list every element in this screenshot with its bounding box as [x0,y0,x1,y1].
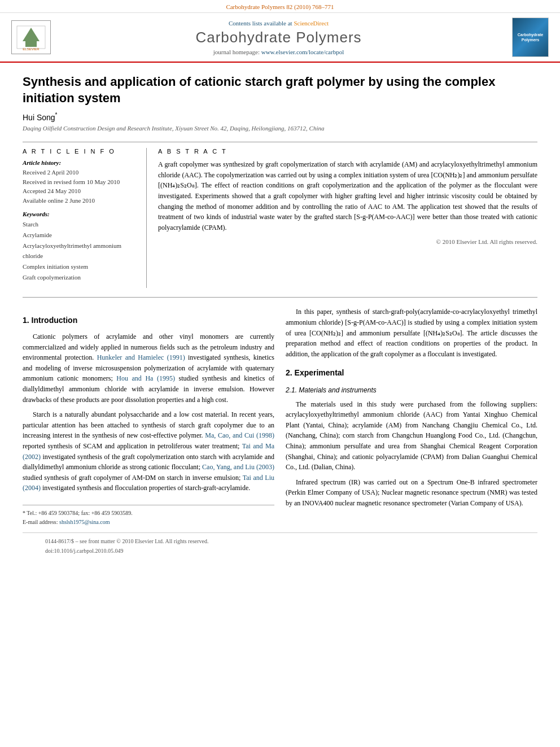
section-divider [23,297,537,298]
contents-label: Contents lists available at [229,20,292,27]
ref-ma[interactable]: Ma, Cao, and Cui (1998) [205,431,274,439]
article-title: Synthesis and application of cationic st… [23,74,537,106]
journal-citation: Carbohydrate Polymers 82 (2010) 768–771 [0,0,560,13]
page: Carbohydrate Polymers 82 (2010) 768–771 … [0,0,560,747]
received-date: Received 2 April 2010 [23,168,138,177]
body-content: 1. Introduction Cationic polymers of acr… [23,307,537,527]
copyright: © 2010 Elsevier Ltd. All rights reserved… [158,238,537,245]
science-direct-line: Contents lists available at ScienceDirec… [51,20,506,27]
article-content: Synthesis and application of cationic st… [0,63,560,570]
email-link[interactable]: shslsh1975@sina.com [59,519,110,525]
history-title: Article history: [23,159,138,166]
science-direct-link[interactable]: ScienceDirect [294,20,329,27]
intro-para-1: Cationic polymers of acrylamide and othe… [23,331,274,405]
keyword-4: Complex initiation system [23,261,138,272]
keywords-section: Keywords: Starch Acrylamide Acrylacyloxy… [23,211,138,282]
ref-tai-ma[interactable]: Tai and Ma (2002) [23,442,274,461]
journal-title: Carbohydrate Polymers [51,29,506,46]
ref-hunkeler[interactable]: Hunkeler and Hamielec (1991) [97,353,185,361]
ref-cao[interactable]: Cao, Yang, and Liu (2003) [202,463,274,471]
abstract-text: A graft copolymer was synthesized by gra… [158,159,537,233]
keyword-5: Graft copolymerization [23,272,138,283]
article-author: Hui Song* [23,112,537,122]
journal-homepage-line: journal homepage: www.elsevier.com/locat… [51,49,506,55]
author-affiliation: Daqing Oilfield Construction Design and … [23,124,537,133]
experimental-para-1: The materials used in this study were pu… [286,399,537,473]
journal-header: ELSEVIER Contents lists available at Sci… [0,13,560,63]
right-intro-para: In this paper, synthesis of starch-graft… [286,307,537,359]
footnote-symbol: * [23,510,25,516]
svg-text:ELSEVIER: ELSEVIER [23,47,40,51]
footnote-tel: Tel.: +86 459 5903784; fax: +86 459 5903… [27,510,133,516]
materials-subheading: 2.1. Materials and instruments [286,385,537,396]
ref-tai-liu[interactable]: Tai and Liu (2004) [23,474,274,492]
journal-url[interactable]: www.elsevier.com/locate/carbpol [261,49,344,55]
doi-line: doi:10.1016/j.carbpol.2010.05.049 [45,546,515,556]
experimental-para-2: Infrared spectrum (IR) was carried out o… [286,477,537,509]
footnote-email: E-mail address: shslsh1975@sina.com [23,518,274,527]
keyword-2: Acrylamide [23,230,138,241]
author-sup: * [55,112,58,118]
article-history: Article history: Received 2 April 2010 R… [23,159,138,205]
author-name: Hui Song [23,113,55,122]
experimental-heading: 2. Experimental [286,367,537,379]
issn-line: 0144-8617/$ – see front matter © 2010 El… [45,536,515,546]
homepage-prefix: journal homepage: [213,49,260,55]
footnote: * Tel.: +86 459 5903784; fax: +86 459 59… [23,505,274,527]
received-revised-date: Received in revised form 10 May 2010 [23,177,138,187]
accepted-date: Accepted 24 May 2010 [23,186,138,196]
bottom-bar: 0144-8617/$ – see front matter © 2010 El… [23,532,537,559]
citation-text: Carbohydrate Polymers 82 (2010) 768–771 [226,3,334,10]
body-left-column: 1. Introduction Cationic polymers of acr… [23,307,274,527]
journal-cover: CarbohydratePolymers [512,18,549,57]
abstract-label: A B S T R A C T [158,148,537,155]
keywords-title: Keywords: [23,211,138,217]
footnote-star: * Tel.: +86 459 5903784; fax: +86 459 59… [23,509,274,518]
introduction-heading: 1. Introduction [23,314,274,327]
article-info-abstract: A R T I C L E I N F O Article history: R… [23,142,537,288]
available-date: Available online 2 June 2010 [23,196,138,206]
abstract-column: A B S T R A C T A graft copolymer was sy… [158,148,537,288]
body-right-column: In this paper, synthesis of starch-graft… [286,307,537,527]
elsevier-logo: ELSEVIER [11,20,51,54]
article-info-column: A R T I C L E I N F O Article history: R… [23,148,147,288]
svg-marker-1 [23,28,40,47]
keyword-3: Acrylacyloxyethyltrimethyl ammonium chlo… [23,241,138,261]
email-label: E-mail address: [23,519,58,525]
ref-hou[interactable]: Hou and Ha (1995) [116,374,175,382]
journal-header-center: Contents lists available at ScienceDirec… [51,20,506,55]
intro-para-2: Starch is a naturally abundant polysacch… [23,409,274,493]
keyword-1: Starch [23,219,138,230]
article-info-label: A R T I C L E I N F O [23,148,138,155]
